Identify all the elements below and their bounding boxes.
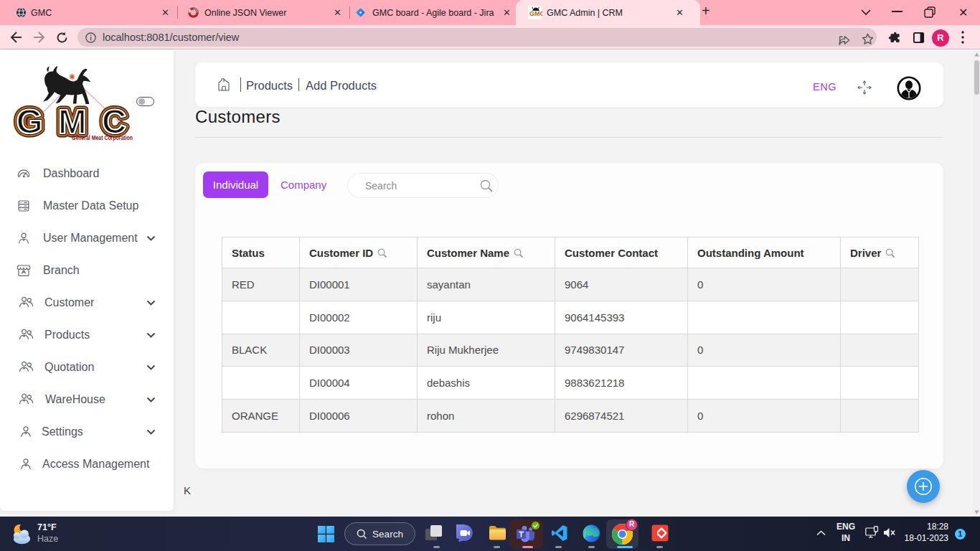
svg-text:GMC: GMC bbox=[529, 10, 542, 17]
svg-text:General Meat Corporation: General Meat Corporation bbox=[72, 133, 133, 141]
